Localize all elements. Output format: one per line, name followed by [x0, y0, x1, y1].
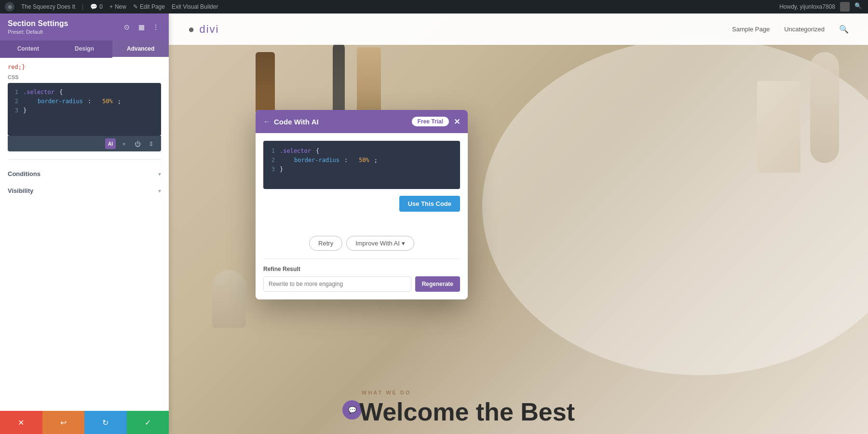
nav-uncategorized[interactable]: Uncategorized [784, 26, 825, 33]
conditions-chevron: ▾ [158, 171, 161, 177]
ai-brace-open: { [316, 147, 319, 156]
panel-header-actions: ⊙ ▦ ⋮ [122, 22, 161, 32]
panel-layout-icon[interactable]: ▦ [136, 22, 147, 32]
code-prefix-label: red;} [8, 64, 161, 70]
improve-arrow-icon: ▾ [402, 240, 405, 247]
admin-bar-sep1: | [82, 3, 83, 10]
ai-code-line-1: 1 .selector { [269, 147, 454, 156]
ai-editor-btn[interactable]: AI [105, 138, 116, 149]
product-box [757, 81, 800, 173]
use-this-code-button[interactable]: Use This Code [399, 196, 460, 212]
ai-code-line-3: 3 } [269, 165, 454, 174]
product-tube-tall [810, 52, 839, 163]
ai-selector: .selector [280, 147, 311, 156]
panel-more-icon[interactable]: ⋮ [150, 22, 161, 32]
ai-brace-close: } [280, 165, 283, 174]
val-text: 50% [102, 97, 113, 106]
ai-action-row: Retry Improve With AI ▾ [263, 217, 460, 251]
css-label: CSS [8, 74, 161, 80]
user-avatar [840, 2, 850, 12]
cancel-button[interactable]: ✕ [0, 411, 42, 434]
tab-advanced[interactable]: Advanced [112, 41, 169, 58]
visibility-row[interactable]: Visibility ▾ [8, 182, 161, 199]
welcome-text: Welcome the Best [359, 399, 575, 424]
add-code-btn[interactable]: + [119, 138, 129, 149]
brace-open: { [59, 88, 63, 97]
panel-footer: ✕ ↩ ↻ ✓ [0, 411, 169, 434]
ai-modal: ← Code With AI Free Trial ✕ 1 .selector … [256, 110, 468, 299]
ai-code-line-2: 2 border-radius : 50% ; [269, 156, 454, 165]
brace-close: } [23, 106, 27, 115]
settings-panel: Section Settings Preset: Default ⊙ ▦ ⋮ C… [0, 14, 169, 434]
expand-btn[interactable]: ⇕ [146, 138, 156, 149]
line-num-1: 1 [13, 88, 18, 97]
panel-tabs: Content Design Advanced [0, 41, 169, 58]
conditions-row[interactable]: Conditions ▾ [8, 165, 161, 182]
admin-bar-exit[interactable]: Exit Visual Builder [172, 3, 218, 10]
add-icon: + [109, 3, 113, 10]
logo-text: divi [195, 23, 219, 35]
admin-bar-site[interactable]: The Squeezy Does It [21, 3, 75, 10]
power-btn[interactable]: ⏻ [132, 138, 143, 149]
tab-content[interactable]: Content [0, 41, 56, 58]
retry-button[interactable]: Retry [309, 236, 342, 251]
search-icon[interactable]: 🔍 [839, 25, 849, 34]
tab-design[interactable]: Design [56, 41, 113, 58]
css-editor[interactable]: 1 .selector { 2 border-radius : 50% ; 3 … [8, 83, 161, 136]
line-num-3: 3 [13, 106, 18, 115]
visibility-label: Visibility [8, 187, 33, 194]
refine-row: Regenerate [263, 276, 460, 292]
admin-bar-edit[interactable]: ✎ Edit Page [133, 3, 165, 10]
user-label: Howdy, yijunloxa7808 [779, 3, 835, 10]
admin-search-icon[interactable]: 🔍 [854, 2, 863, 11]
redo-button[interactable]: ↻ [84, 411, 127, 434]
save-button[interactable]: ✓ [127, 411, 169, 434]
refine-input[interactable] [263, 276, 411, 292]
admin-bar-wp[interactable]: ⊕ [5, 2, 14, 12]
code-line-1: 1 .selector { [13, 88, 156, 97]
ai-modal-header: ← Code With AI Free Trial ✕ [256, 110, 468, 133]
product-tube-small [212, 270, 246, 328]
admin-bar-right: Howdy, yijunloxa7808 🔍 [779, 2, 863, 12]
visibility-chevron: ▾ [158, 188, 161, 194]
improve-label: Improve With AI [355, 240, 400, 247]
undo-button[interactable]: ↩ [42, 411, 85, 434]
edit-page-label: Edit Page [140, 3, 165, 10]
panel-header: Section Settings Preset: Default ⊙ ▦ ⋮ [0, 14, 169, 41]
line-num-2: 2 [13, 97, 18, 106]
admin-bar: ⊕ The Squeezy Does It | 💬 0 + New ✎ Edit… [0, 0, 868, 14]
ai-val: 50% [359, 156, 369, 165]
ai-colon: : [344, 156, 348, 165]
site-header: ● divi Sample Page Uncategorized 🔍 [169, 14, 868, 45]
comments-icon: 💬 [90, 3, 97, 10]
site-nav: Sample Page Uncategorized 🔍 [732, 25, 849, 34]
selector-text: .selector [23, 88, 54, 97]
panel-settings-icon[interactable]: ⊙ [122, 22, 132, 32]
ai-line-num-2: 2 [269, 156, 275, 165]
admin-bar-site-name: The Squeezy Does It [21, 3, 75, 10]
improve-button[interactable]: Improve With AI ▾ [346, 236, 414, 251]
what-we-do-label: WHAT WE DO [362, 390, 411, 395]
prop-text: border-radius [38, 97, 83, 106]
comments-count: 0 [99, 3, 103, 10]
free-trial-badge[interactable]: Free Trial [412, 117, 449, 126]
ai-modal-back-btn[interactable]: ← [263, 118, 270, 125]
admin-bar-comments[interactable]: 💬 0 [90, 3, 103, 10]
panel-preset: Preset: Default [8, 29, 68, 35]
regenerate-button[interactable]: Regenerate [415, 276, 460, 292]
ai-line-num-1: 1 [269, 147, 275, 156]
ai-code-display: 1 .selector { 2 border-radius : 50% ; 3 … [263, 141, 460, 189]
admin-bar-new[interactable]: + New [109, 3, 126, 10]
new-label: New [115, 3, 126, 10]
code-line-3: 3 } [13, 106, 156, 115]
colon-text: : [88, 97, 91, 106]
ai-modal-title: Code With AI [274, 118, 319, 126]
edit-icon: ✎ [133, 3, 138, 10]
wp-icon: ⊕ [5, 2, 14, 12]
panel-title: Section Settings [8, 19, 68, 28]
nav-sample-page[interactable]: Sample Page [732, 26, 770, 33]
ai-modal-close-btn[interactable]: ✕ [454, 117, 460, 126]
semi-text: ; [118, 97, 121, 106]
ai-semi: ; [374, 156, 378, 165]
code-line-2: 2 border-radius : 50% ; [13, 97, 156, 106]
